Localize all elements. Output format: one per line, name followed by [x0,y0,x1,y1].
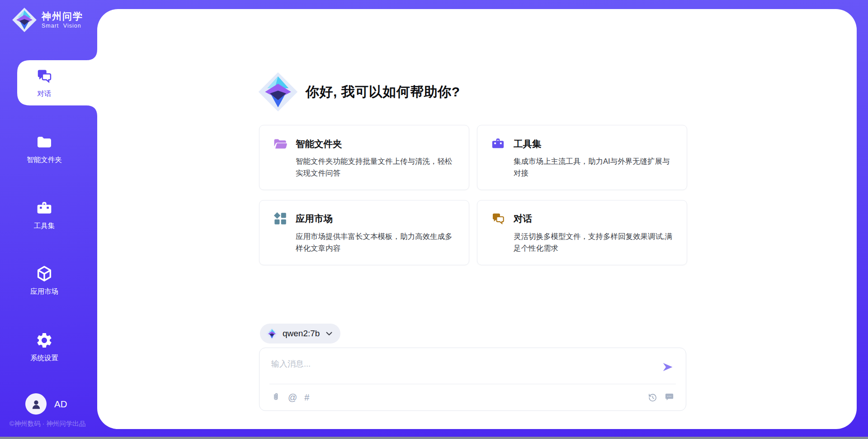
card-smart-folder[interactable]: 智能文件夹 智能文件夹功能支持批量文件上传与清洗，轻松实现文件问答 [259,125,469,190]
sidebar-item-label: 系统设置 [30,353,58,363]
chat-icon [35,67,53,85]
toolbox-icon [35,199,53,217]
window-bottom-edge [0,437,868,439]
user-name: AD [54,399,67,410]
sidebar-item-app-market[interactable]: 应用市场 [0,265,89,296]
card-title: 对话 [514,212,532,225]
model-name: qwen2:7b [283,329,320,339]
sidebar-item-label: 对话 [38,89,52,99]
sidebar-item-smart-folder[interactable]: 智能文件夹 [0,133,89,165]
folder-icon [35,133,53,151]
sidebar-item-chat[interactable]: 对话 [0,67,89,99]
brand-title: 神州问学 [42,11,83,22]
composer-divider [269,384,676,384]
chat-bubble-icon[interactable] [665,392,675,402]
sidebar: 神州问学 Smart Vision 对话 智能文件夹 [0,0,97,439]
message-input[interactable] [259,348,686,382]
card-toolset[interactable]: 工具集 集成市场上主流工具，助力AI与外界无缝扩展与对接 [477,125,687,190]
avatar [25,393,47,415]
sidebar-item-label: 应用市场 [30,287,58,296]
card-title: 智能文件夹 [296,138,342,150]
card-description: 灵活切换多模型文件，支持多样回复效果调试,满足个性化需求 [514,230,674,254]
card-title: 工具集 [514,138,542,150]
brand: 神州问学 Smart Vision [12,7,83,33]
history-icon[interactable] [647,392,657,402]
sidebar-item-label: 智能文件夹 [27,155,62,165]
composer-toolbar: @ # [271,390,675,405]
folder-icon [272,136,288,152]
message-composer: @ # [259,348,686,411]
card-description: 应用市场提供丰富长文本模板，助力高效生成多样化文章内容 [296,230,456,254]
chat-icon [490,211,506,227]
mention-icon[interactable]: @ [288,393,297,402]
grid-icon [272,211,288,227]
paperclip-icon[interactable] [271,392,281,403]
hash-icon[interactable]: # [304,393,309,402]
chevron-down-icon [326,332,332,336]
card-description: 集成市场上主流工具，助力AI与外界无缝扩展与对接 [514,155,674,179]
model-logo-icon [266,328,278,340]
sidebar-item-toolset[interactable]: 工具集 [0,199,89,231]
greeting-logo-icon [258,72,298,112]
feature-cards: 智能文件夹 智能文件夹功能支持批量文件上传与清洗，轻松实现文件问答 工具集 集成… [259,125,687,265]
brand-subtitle: Smart Vision [42,23,83,29]
user-profile[interactable]: AD [25,393,67,415]
footer-credit: ©神州数码 · 神州问学出品 [0,420,95,428]
toolbox-icon [490,136,506,152]
card-app-market[interactable]: 应用市场 应用市场提供丰富长文本模板，助力高效生成多样化文章内容 [259,200,469,265]
card-chat[interactable]: 对话 灵活切换多模型文件，支持多样回复效果调试,满足个性化需求 [477,200,687,265]
greeting: 你好, 我可以如何帮助你? [258,72,460,112]
cube-icon [35,265,53,283]
gear-icon [35,331,53,349]
card-title: 应用市场 [296,212,333,225]
person-icon [30,398,42,410]
sidebar-item-settings[interactable]: 系统设置 [0,331,89,363]
greeting-text: 你好, 我可以如何帮助你? [306,83,460,101]
brand-logo-icon [12,7,37,33]
main-panel: 你好, 我可以如何帮助你? 智能文件夹 智能文件夹功能支持批量文件上传与清洗，轻… [97,9,857,429]
sidebar-item-label: 工具集 [34,221,55,231]
card-description: 智能文件夹功能支持批量文件上传与清洗，轻松实现文件问答 [296,155,456,179]
model-selector[interactable]: qwen2:7b [260,324,340,344]
send-icon[interactable] [661,361,674,373]
